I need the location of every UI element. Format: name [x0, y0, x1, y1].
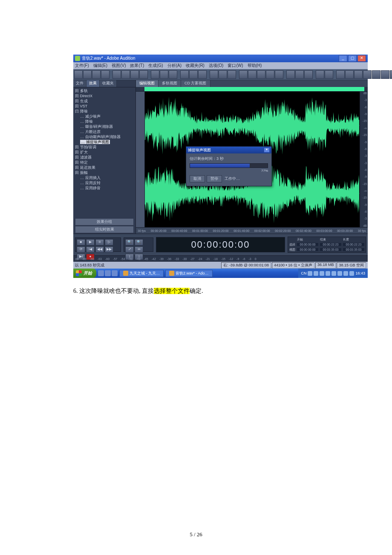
toolbar-button[interactable] [325, 70, 333, 79]
play-selection-button[interactable]: ▷ [105, 239, 113, 246]
tray-icon[interactable] [320, 271, 324, 276]
tray-icon[interactable] [314, 271, 318, 276]
toolbar-button[interactable] [198, 70, 207, 79]
tree-item[interactable]: 田 VST [75, 104, 134, 109]
tree-item[interactable]: 田 生成 [75, 98, 134, 104]
tree-item[interactable]: 田 振幅 [75, 170, 134, 175]
clock[interactable]: 16:43 [355, 271, 365, 275]
group-realtime-button[interactable]: 组实时效果 [75, 226, 134, 233]
toolbar-button[interactable] [160, 70, 168, 79]
language-indicator[interactable]: CN [301, 271, 306, 275]
minimize-button[interactable]: _ [339, 55, 347, 62]
toolbar-button[interactable] [295, 70, 304, 79]
tray-icon[interactable] [349, 271, 354, 276]
toolbar-button[interactable] [336, 70, 345, 79]
goto-begin-button[interactable]: I◀ [86, 246, 95, 253]
close-button[interactable]: ✕ [357, 55, 366, 62]
stop-button[interactable]: ■ [77, 239, 85, 246]
tray-icon[interactable] [337, 271, 342, 276]
rewind-button[interactable]: ◀◀ [95, 246, 104, 253]
toolbar-button[interactable] [228, 70, 236, 79]
toolbar-button[interactable] [354, 70, 363, 79]
tree-item[interactable]: 田 扩大 [75, 150, 134, 155]
toolbar-button[interactable] [139, 70, 148, 79]
effects-tree[interactable]: 田 多轨田 DirectX田 生成田 VST曰 降噪… 减少噪声… 降噪… 嘶音… [73, 87, 135, 218]
loop-button[interactable]: ⟳ [77, 246, 85, 253]
toolbar-button[interactable] [151, 70, 159, 79]
toolbar-button[interactable] [286, 70, 295, 79]
tree-item[interactable]: … 自动嘶声/碎声消除器 [80, 134, 134, 139]
fast-forward-button[interactable]: ▶▶ [105, 246, 113, 253]
pause-button[interactable]: II [95, 239, 104, 246]
menu-analyze[interactable]: 分析(A) [167, 63, 182, 69]
tree-item[interactable]: … 应用插入 [80, 175, 134, 180]
sel-length[interactable]: 00:00:22:23 [343, 243, 364, 246]
tree-item[interactable]: … 应用反转 [80, 180, 134, 185]
toolbar-button[interactable] [101, 70, 110, 79]
quicklaunch-icon[interactable] [98, 270, 104, 276]
tray-icon[interactable] [308, 271, 312, 276]
cancel-button[interactable]: 取消 [190, 175, 205, 182]
toolbar-button[interactable] [381, 70, 389, 79]
tree-item[interactable]: 曰 降噪 [75, 109, 134, 114]
tree-item[interactable]: … 片断还原 [80, 129, 134, 134]
menu-edit[interactable]: 编辑(E) [93, 63, 107, 69]
menu-view[interactable]: 视图(V) [112, 63, 126, 69]
zoom-full-button[interactable]: ⤢ [125, 246, 134, 253]
toolbar-button[interactable] [316, 70, 324, 79]
tree-item[interactable]: … 减少噪声 [80, 114, 134, 119]
menu-file[interactable]: 文件(F) [75, 63, 89, 69]
tab-effects[interactable]: 效果 [86, 80, 100, 87]
menu-effects[interactable]: 效果(T) [130, 63, 144, 69]
toolbar-button[interactable] [248, 70, 257, 79]
tree-item[interactable]: … 捕捉噪声视图 [80, 139, 134, 145]
toolbar-button[interactable] [112, 70, 121, 79]
toolbar-button[interactable] [266, 70, 274, 79]
quicklaunch-icon[interactable] [105, 270, 111, 276]
tray-icon[interactable] [326, 271, 330, 276]
time-ruler[interactable]: 30 fps00:00:20:0000:00:40:0000:01:00:000… [136, 227, 368, 234]
tree-item[interactable]: 田 节拍/音调 [75, 145, 134, 150]
dialog-dropdown-icon[interactable]: ▾ [264, 147, 270, 153]
toolbar-button[interactable] [130, 70, 139, 79]
pause-button[interactable]: 暂停 [207, 175, 222, 182]
tree-item[interactable]: … 嘶音/碎声消除器 [80, 124, 134, 129]
tree-item[interactable]: 田 多轨 [75, 88, 134, 93]
view-begin[interactable]: 00:00:00:00 [297, 248, 318, 251]
toolbar-button[interactable] [180, 70, 189, 79]
sel-begin[interactable]: 00:00:00:00 [297, 243, 318, 246]
view-end[interactable]: 00:03:35:03 [320, 248, 341, 251]
waveform-display[interactable]: 捕捉噪声视图 ▾ 估计剩余时间：3 秒 77% 取消 暂停 工作中… [145, 92, 360, 227]
tray-icon[interactable] [331, 271, 336, 276]
tray-icon[interactable] [343, 271, 348, 276]
zoom-selection-button[interactable]: ⇔ [135, 246, 143, 253]
view-length[interactable]: 00:03:35:03 [343, 248, 364, 251]
tree-item[interactable]: 田 延迟效果 [75, 165, 134, 170]
menu-favorites[interactable]: 收藏夹(R) [186, 63, 205, 69]
quicklaunch-icon[interactable] [112, 270, 118, 276]
toolbar-button[interactable] [83, 70, 92, 79]
tree-item[interactable]: 田 滤波器 [75, 155, 134, 160]
tree-item[interactable]: … 降噪 [80, 119, 134, 124]
tab-cd-view[interactable]: CD 方案视图 [181, 80, 210, 87]
menu-generate[interactable]: 生成(G) [148, 63, 163, 69]
menu-window[interactable]: 窗口(W) [228, 63, 243, 69]
toolbar-button[interactable] [363, 70, 372, 79]
menu-options[interactable]: 选项(O) [209, 63, 223, 69]
tab-multitrack-view[interactable]: 多轨视图 [159, 80, 181, 87]
toolbar-button[interactable] [239, 70, 248, 79]
menu-help[interactable]: 帮助(H) [248, 63, 262, 69]
zoom-out-button[interactable]: 🔍 [135, 239, 143, 246]
tree-item[interactable]: … 应用静音 [80, 185, 134, 191]
toolbar-button[interactable] [210, 70, 218, 79]
sel-end[interactable]: 00:00:22:23 [320, 243, 341, 246]
zoom-in-button[interactable]: 🔍 [125, 239, 134, 246]
tree-item[interactable]: 田 特定 [75, 160, 134, 165]
toolbar-button[interactable] [169, 70, 177, 79]
toolbar-button[interactable] [189, 70, 198, 79]
tab-files[interactable]: 文件 [73, 80, 86, 87]
toolbar-button[interactable] [372, 70, 380, 79]
toolbar-button[interactable] [121, 70, 130, 79]
tab-edit-view[interactable]: 编辑视图 [136, 80, 159, 87]
toolbar-button[interactable] [257, 70, 265, 79]
